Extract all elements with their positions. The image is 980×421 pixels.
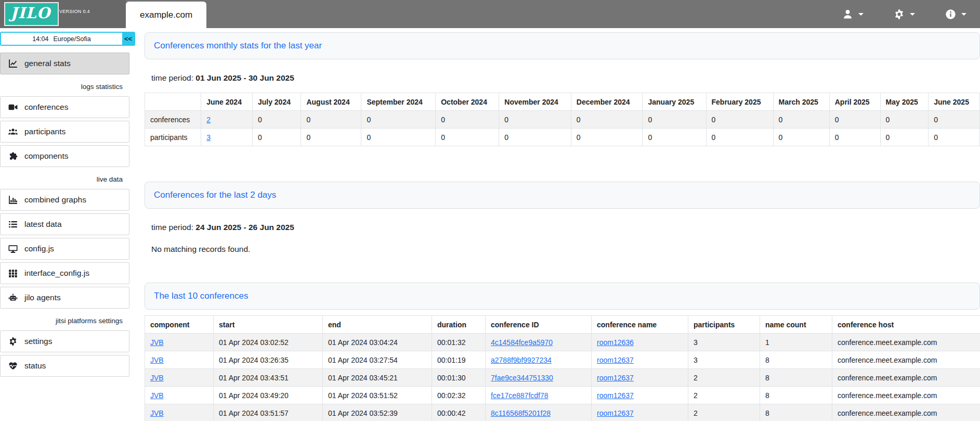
- chevron-down-icon: [858, 13, 864, 16]
- table-link[interactable]: 8c116568f5201f28: [491, 409, 551, 417]
- table-cell: 1: [760, 334, 832, 351]
- table-cell: 0: [361, 129, 436, 146]
- logo[interactable]: JILO: [4, 2, 59, 26]
- sidebar-item-jilo-agents[interactable]: jilo agents: [0, 287, 129, 309]
- tab-label: example.com: [140, 10, 192, 20]
- monthly-stats-card-header: Conferences monthly stats for the last y…: [145, 32, 980, 59]
- table-link[interactable]: 7fae9ce344751330: [491, 374, 553, 382]
- sidebar-item-components[interactable]: components: [0, 145, 129, 167]
- gear-icon: [894, 9, 905, 20]
- table-link[interactable]: JVB: [150, 338, 164, 347]
- table-cell: room12637: [592, 369, 688, 387]
- table-cell: conference.meet.example.com: [832, 351, 980, 369]
- gear-icon: [8, 337, 18, 346]
- table-link[interactable]: 3: [206, 133, 211, 142]
- table-cell: 0: [929, 111, 980, 129]
- table-link[interactable]: room12637: [597, 409, 634, 417]
- column-header-january-2025: January 2025: [643, 93, 706, 111]
- column-header-participants: participants: [688, 316, 760, 334]
- table-cell: JVB: [145, 334, 214, 351]
- sidebar-item-status[interactable]: status: [0, 355, 129, 377]
- table-cell: 0: [880, 129, 929, 146]
- column-header-september-2024: September 2024: [361, 93, 436, 111]
- sidebar-item-label: combined graphs: [24, 195, 86, 205]
- clock-widget: 14:04 Europe/Sofia <<: [0, 32, 135, 46]
- table-link[interactable]: JVB: [150, 374, 164, 382]
- sidebar-item-label: general stats: [24, 59, 71, 68]
- table-cell: room12637: [592, 387, 688, 404]
- heart-pulse-icon: [8, 361, 18, 371]
- clock-timezone: Europe/Sofia: [54, 35, 91, 43]
- table-link[interactable]: a2788f9bf9927234: [491, 356, 552, 364]
- sidebar-item-conferences[interactable]: conferences: [0, 96, 129, 118]
- column-header-component: component: [145, 316, 214, 334]
- table-header-row: componentstartenddurationconference IDco…: [145, 316, 980, 334]
- table-cell: room12637: [592, 351, 688, 369]
- table-cell: 01 Apr 2024 03:26:35: [214, 351, 323, 369]
- last-2-days-time-period: time period: 24 Jun 2025 - 26 Jun 2025: [151, 223, 980, 232]
- table-cell: conference.meet.example.com: [832, 387, 980, 404]
- table-link[interactable]: JVB: [150, 409, 164, 417]
- sidebar-nav: general statslogs statisticsconferencesp…: [0, 53, 136, 377]
- table-cell: 8: [760, 387, 832, 404]
- column-header-march-2025: March 2025: [773, 93, 829, 111]
- table-link[interactable]: room12636: [597, 338, 634, 347]
- info-menu[interactable]: [945, 9, 966, 20]
- sidebar-section-label-logs-statistics: logs statistics: [0, 77, 123, 96]
- table-cell: 0: [643, 129, 706, 146]
- monthly-stats-time-period: time period: 01 Jun 2025 - 30 Jun 2025: [151, 73, 980, 83]
- table-link[interactable]: 2: [206, 116, 211, 124]
- table-cell: participants: [145, 129, 201, 146]
- column-header-duration: duration: [432, 316, 486, 334]
- column-header-conference-id: conference ID: [486, 316, 592, 334]
- sidebar-item-settings[interactable]: settings: [0, 330, 129, 352]
- chevron-down-icon: [961, 13, 966, 16]
- sidebar-item-latest-data[interactable]: latest data: [0, 213, 129, 235]
- sidebar-item-config-js[interactable]: config.js: [0, 238, 129, 260]
- column-header: [145, 93, 201, 111]
- version-label: VERSION 0.4: [59, 9, 90, 14]
- table-cell: 01 Apr 2024 03:52:39: [323, 404, 432, 421]
- settings-menu[interactable]: [894, 9, 915, 20]
- table-cell: 0: [829, 129, 880, 146]
- sidebar-item-general-stats[interactable]: general stats: [0, 53, 129, 74]
- sidebar-item-interface-config-js[interactable]: interface_config.js: [0, 262, 129, 284]
- table-row: participants3000000000000: [145, 129, 980, 146]
- table-cell: 0: [706, 111, 773, 129]
- no-records-message: No matching records found.: [151, 245, 980, 254]
- monthly-stats-title: Conferences monthly stats for the last y…: [154, 41, 322, 51]
- sidebar-collapse-button[interactable]: <<: [122, 33, 134, 45]
- table-cell: 0: [301, 129, 361, 146]
- tab-example-com[interactable]: example.com: [126, 2, 206, 28]
- time-period-label: time period:: [151, 73, 193, 82]
- table-link[interactable]: room12637: [597, 374, 634, 382]
- table-cell: 0: [252, 111, 301, 129]
- table-link[interactable]: JVB: [150, 356, 164, 364]
- sidebar-item-combined-graphs[interactable]: combined graphs: [0, 189, 129, 211]
- sidebar-item-label: interface_config.js: [24, 269, 89, 278]
- sidebar-section-label-live-data: live data: [0, 170, 123, 189]
- table-row: JVB01 Apr 2024 03:49:2001 Apr 2024 03:51…: [145, 387, 980, 404]
- chart-line-icon: [8, 59, 18, 68]
- table-cell: 01 Apr 2024 03:49:20: [214, 387, 323, 404]
- info-circle-icon: [945, 9, 956, 20]
- table-link[interactable]: 4c14584fce9a5970: [491, 338, 553, 347]
- table-cell: 2: [201, 111, 253, 129]
- table-link[interactable]: fce17ce887fcdf78: [491, 391, 548, 400]
- table-cell: a2788f9bf9927234: [486, 351, 592, 369]
- last-10-card-header: The last 10 conferences: [145, 283, 980, 310]
- sidebar-item-participants[interactable]: participants: [0, 121, 129, 143]
- time-period-label: time period:: [151, 223, 193, 232]
- puzzle-piece-icon: [8, 151, 18, 161]
- user-menu[interactable]: [842, 9, 864, 20]
- table-cell: room12636: [592, 334, 688, 351]
- table-link[interactable]: room12637: [597, 356, 634, 364]
- table-link[interactable]: room12637: [597, 391, 634, 400]
- table-link[interactable]: JVB: [150, 391, 164, 400]
- table-cell: 0: [571, 111, 643, 129]
- column-header-november-2024: November 2024: [499, 93, 571, 111]
- column-header-june-2025: June 2025: [929, 93, 980, 111]
- table-cell: 01 Apr 2024 03:51:57: [214, 404, 323, 421]
- table-cell: 01 Apr 2024 03:04:24: [323, 334, 432, 351]
- table-cell: 8: [760, 404, 832, 421]
